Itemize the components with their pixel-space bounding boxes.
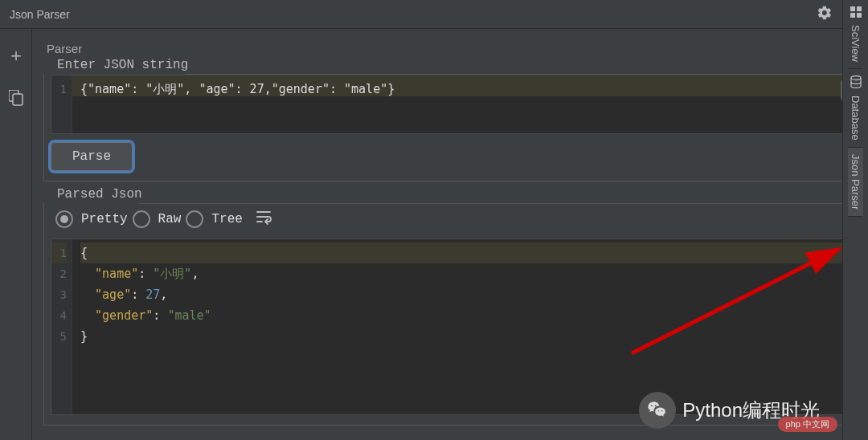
svg-rect-3 — [850, 6, 855, 11]
json-output[interactable]: 12345 { "name": "小明", "age": 27, "gender… — [51, 238, 851, 415]
output-lines: { "name": "小明", "age": 27, "gender": "ma… — [72, 239, 850, 414]
left-rail: ＋ — [0, 29, 32, 440]
svg-rect-2 — [13, 94, 23, 105]
input-lines: {"name": "小明", "age": 27,"gender": "male… — [72, 75, 850, 133]
svg-point-7 — [851, 76, 861, 80]
parse-button[interactable]: Parse — [51, 142, 133, 171]
input-fieldset: Enter JSON string 1 {"name": "小明", "age"… — [43, 67, 858, 181]
output-gutter: 12345 — [51, 239, 72, 414]
radio-tree-label: Tree — [211, 212, 242, 226]
output-legend: Parsed Json — [52, 187, 147, 202]
gear-icon[interactable] — [817, 5, 833, 24]
view-toggle: Pretty Raw Tree — [51, 204, 851, 238]
grid-icon — [850, 6, 862, 20]
json-input[interactable]: 1 {"name": "小明", "age": 27,"gender": "ma… — [51, 75, 851, 134]
copy-icon[interactable] — [9, 90, 23, 104]
app-title: Json Parser — [10, 8, 70, 21]
right-dock: SciView Database Json Parser — [842, 0, 868, 440]
dock-label-sciview: SciView — [850, 25, 862, 62]
svg-rect-4 — [857, 6, 862, 11]
content-panel: Parser Enter JSON string 1 {"name": "小明"… — [32, 29, 868, 440]
database-icon — [850, 75, 862, 91]
input-legend: Enter JSON string — [52, 58, 193, 72]
php-pill: php 中文网 — [778, 417, 837, 432]
wrap-icon[interactable] — [256, 209, 273, 229]
radio-tree[interactable] — [186, 210, 203, 228]
dock-tab-sciview[interactable]: SciView — [848, 0, 863, 69]
dock-label-database: Database — [850, 96, 862, 141]
dock-label-json-parser: Json Parser — [850, 154, 862, 210]
svg-rect-5 — [850, 13, 855, 18]
title-bar: Json Parser — [0, 0, 868, 29]
wechat-icon — [639, 392, 676, 429]
dock-tab-database[interactable]: Database — [848, 69, 863, 148]
radio-pretty[interactable] — [55, 210, 73, 228]
input-gutter: 1 — [51, 75, 72, 133]
radio-raw-label: Raw — [158, 212, 182, 226]
radio-raw[interactable] — [133, 210, 150, 228]
dock-tab-json-parser[interactable]: Json Parser — [848, 148, 863, 217]
radio-pretty-label: Pretty — [81, 212, 128, 226]
add-icon[interactable]: ＋ — [7, 43, 25, 67]
svg-rect-6 — [857, 13, 862, 18]
